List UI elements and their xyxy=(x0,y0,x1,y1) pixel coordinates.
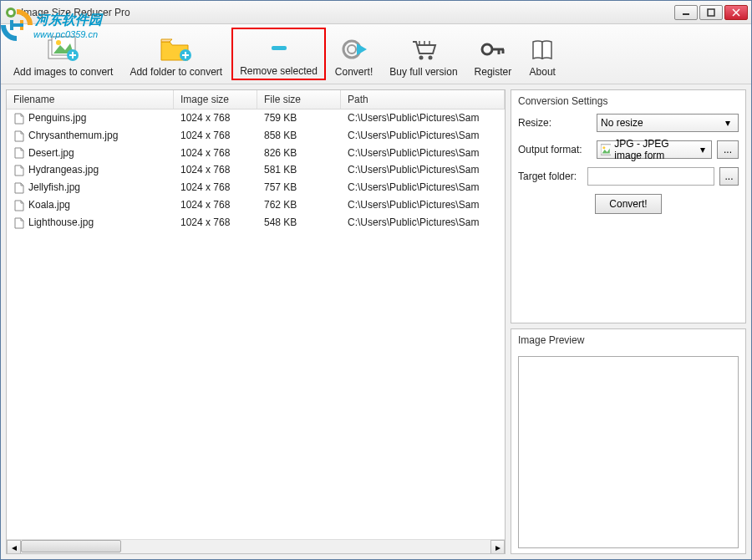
cart-icon xyxy=(409,34,438,64)
preview-title: Image Preview xyxy=(518,334,739,346)
cell-path: C:\Users\Public\Pictures\Sam xyxy=(341,112,505,125)
table-row[interactable]: Lighthouse.jpg1024 x 768548 KBC:\Users\P… xyxy=(7,214,505,232)
convert-button[interactable]: Convert! xyxy=(328,28,380,80)
titlebar[interactable]: Image Size Reducer Pro xyxy=(1,1,751,24)
target-folder-input[interactable] xyxy=(587,167,714,186)
cell-path: C:\Users\Public\Pictures\Sam xyxy=(341,130,505,142)
conversion-settings-panel: Conversion Settings Resize: No resize ▾ … xyxy=(511,89,746,323)
svg-point-31 xyxy=(602,146,605,149)
remove-selected-button[interactable]: Remove selected xyxy=(231,28,326,80)
list-body[interactable]: Penguins.jpg1024 x 768759 KBC:\Users\Pub… xyxy=(7,109,505,539)
cell-path: C:\Users\Public\Pictures\Sam xyxy=(341,164,505,176)
table-row[interactable]: Jellyfish.jpg1024 x 768757 KBC:\Users\Pu… xyxy=(7,179,505,196)
cell-file-size: 759 KB xyxy=(257,112,341,125)
column-image-size[interactable]: Image size xyxy=(174,90,257,109)
cell-image-size: 1024 x 768 xyxy=(174,164,257,176)
browse-folder-button[interactable]: ... xyxy=(719,167,739,186)
table-row[interactable]: Desert.jpg1024 x 768826 KBC:\Users\Publi… xyxy=(7,145,505,162)
convert-icon xyxy=(340,34,368,64)
cell-file-size: 762 KB xyxy=(257,199,341,211)
svg-point-20 xyxy=(348,45,356,53)
output-format-select[interactable]: JPG - JPEG image form ▾ xyxy=(597,140,712,159)
file-list: Filename Image size File size Path Pengu… xyxy=(6,89,506,554)
table-row[interactable]: Koala.jpg1024 x 768762 KBC:\Users\Public… xyxy=(7,196,505,214)
svg-point-22 xyxy=(428,56,432,60)
scroll-left-button[interactable]: ◂ xyxy=(7,540,21,554)
cell-file-size: 548 KB xyxy=(257,216,341,229)
preview-area xyxy=(518,356,739,548)
add-folder-icon xyxy=(160,34,193,64)
book-icon xyxy=(528,34,556,64)
cell-filename: Penguins.jpg xyxy=(7,112,174,125)
cell-filename: Jellyfish.jpg xyxy=(7,181,174,194)
target-folder-label: Target folder: xyxy=(518,171,582,182)
resize-select[interactable]: No resize ▾ xyxy=(597,114,739,132)
cell-image-size: 1024 x 768 xyxy=(174,181,257,194)
maximize-button[interactable] xyxy=(699,5,723,20)
cell-image-size: 1024 x 768 xyxy=(174,216,257,229)
table-row[interactable]: Hydrangeas.jpg1024 x 768581 KBC:\Users\P… xyxy=(7,161,505,179)
svg-rect-18 xyxy=(272,46,287,50)
cell-filename: Lighthouse.jpg xyxy=(7,216,174,229)
table-row[interactable]: Chrysanthemum.jpg1024 x 768858 KBC:\User… xyxy=(7,127,505,145)
watermark-logo-icon xyxy=(0,8,33,42)
cell-image-size: 1024 x 768 xyxy=(174,112,257,125)
column-file-size[interactable]: File size xyxy=(257,90,341,109)
resize-label: Resize: xyxy=(518,117,592,129)
svg-rect-6 xyxy=(708,9,714,16)
convert-action-button[interactable]: Convert! xyxy=(595,194,661,214)
cell-path: C:\Users\Public\Pictures\Sam xyxy=(341,216,505,229)
cell-file-size: 757 KB xyxy=(257,181,341,194)
cell-file-size: 826 KB xyxy=(257,147,341,160)
main-window: Image Size Reducer Pro Add images to con… xyxy=(0,0,752,560)
horizontal-scrollbar[interactable]: ◂ ▸ xyxy=(7,539,505,553)
watermark: 河东软件园 www.pc0359.cn xyxy=(0,8,102,42)
column-filename[interactable]: Filename xyxy=(7,90,174,109)
jpg-icon xyxy=(601,143,611,156)
image-preview-panel: Image Preview xyxy=(511,328,746,554)
window-title: Image Size Reducer Pro xyxy=(21,7,674,18)
cell-image-size: 1024 x 768 xyxy=(174,199,257,211)
about-button[interactable]: About xyxy=(521,28,564,80)
cell-image-size: 1024 x 768 xyxy=(174,130,257,142)
svg-point-26 xyxy=(482,44,492,54)
buy-full-version-button[interactable]: Buy full version xyxy=(382,28,465,80)
svg-point-21 xyxy=(419,56,423,60)
cell-path: C:\Users\Public\Pictures\Sam xyxy=(341,181,505,194)
output-format-label: Output format: xyxy=(518,144,592,155)
close-button[interactable] xyxy=(724,5,748,20)
table-row[interactable]: Penguins.jpg1024 x 768759 KBC:\Users\Pub… xyxy=(7,109,505,127)
watermark-site-name: 河东软件园 xyxy=(35,12,102,29)
scroll-thumb[interactable] xyxy=(21,540,121,552)
cell-path: C:\Users\Public\Pictures\Sam xyxy=(341,199,505,211)
toolbar: Add images to convert Add folder to conv… xyxy=(1,24,751,84)
minimize-button[interactable] xyxy=(674,5,698,20)
add-folder-button[interactable]: Add folder to convert xyxy=(122,28,230,80)
format-options-button[interactable]: ... xyxy=(717,140,739,159)
svg-rect-2 xyxy=(10,23,23,27)
scroll-right-button[interactable]: ▸ xyxy=(490,540,505,554)
remove-icon xyxy=(267,33,292,64)
cell-filename: Chrysanthemum.jpg xyxy=(7,130,174,142)
cell-filename: Koala.jpg xyxy=(7,199,174,211)
cell-file-size: 581 KB xyxy=(257,164,341,176)
cell-path: C:\Users\Public\Pictures\Sam xyxy=(341,147,505,160)
cell-image-size: 1024 x 768 xyxy=(174,147,257,160)
watermark-url: www.pc0359.cn xyxy=(33,29,102,39)
register-button[interactable]: Register xyxy=(467,28,520,80)
list-header: Filename Image size File size Path xyxy=(7,90,505,109)
cell-filename: Desert.jpg xyxy=(7,147,174,160)
chevron-down-icon: ▾ xyxy=(698,144,708,155)
cell-filename: Hydrangeas.jpg xyxy=(7,164,174,176)
key-icon xyxy=(479,34,507,64)
column-path[interactable]: Path xyxy=(341,90,505,109)
settings-title: Conversion Settings xyxy=(518,95,739,107)
chevron-down-icon: ▾ xyxy=(721,117,734,129)
cell-file-size: 858 KB xyxy=(257,130,341,142)
